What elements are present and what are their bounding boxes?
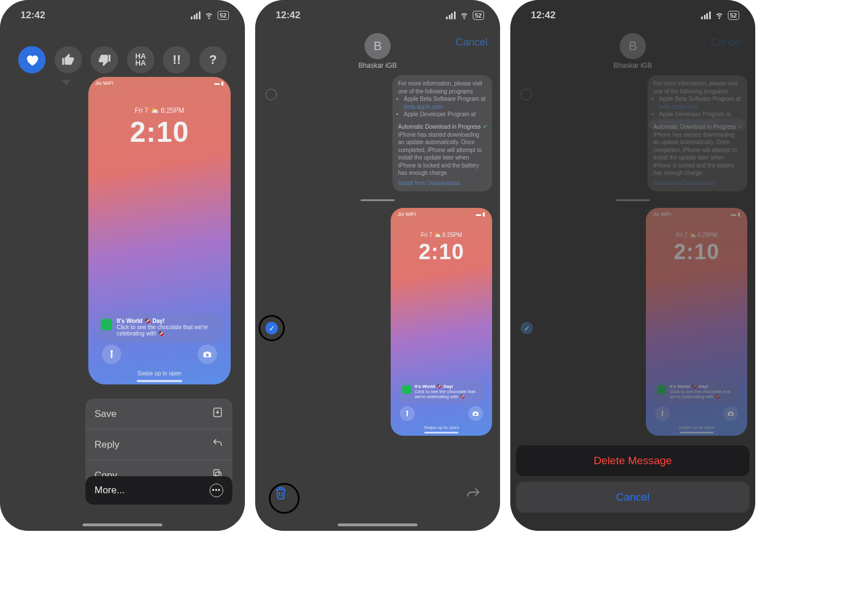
day-divider xyxy=(616,199,650,201)
status-bar: 12:42 52 xyxy=(510,0,755,31)
battery-icon: 52 xyxy=(218,11,229,20)
tapback-exclaim[interactable]: !! xyxy=(163,46,190,73)
tapback-haha[interactable]: HAHA xyxy=(127,46,154,73)
wifi-icon xyxy=(459,10,469,22)
lockscreen-status-icons: ▬ ▮ xyxy=(214,80,224,86)
more-icon: ••• xyxy=(210,484,223,497)
flashlight-icon xyxy=(655,406,670,421)
tapback-bar: HAHA !! ? xyxy=(8,40,237,80)
select-radio-unselected xyxy=(521,89,532,100)
flashlight-icon xyxy=(400,406,415,421)
tapback-question[interactable]: ? xyxy=(199,46,227,73)
home-indicator[interactable] xyxy=(338,523,417,526)
camera-icon xyxy=(198,345,217,364)
cellular-icon xyxy=(701,11,711,19)
spotify-icon xyxy=(101,319,112,330)
conversation-header: B Bhaskar iGB Cancel xyxy=(510,28,755,74)
menu-save[interactable]: Save xyxy=(85,399,232,429)
message-bubble-download: ✔ Automatic Download in Progress iPhone … xyxy=(648,118,747,191)
select-radio-checked[interactable]: ✓ xyxy=(265,322,278,334)
battery-icon: 52 xyxy=(473,11,484,20)
camera-icon xyxy=(723,406,738,421)
status-check-icon: ✔ xyxy=(738,123,743,130)
menu-reply[interactable]: Reply xyxy=(85,429,232,460)
select-radio-checked: ✓ xyxy=(521,322,533,334)
reply-icon xyxy=(212,437,223,452)
menu-reply-label: Reply xyxy=(95,439,119,451)
save-icon xyxy=(212,407,223,421)
camera-icon xyxy=(468,406,483,421)
menu-save-label: Save xyxy=(95,408,117,420)
lockscreen-notification: It's World 🍫 Day! Click to see the choco… xyxy=(96,313,223,342)
link-beta[interactable]: beta.apple.com xyxy=(404,104,443,110)
message-attachment-thumbnail[interactable]: Jio WiFi▬ ▮ Fri 7 ⛅ 6:25PM 2:10 It's Wor… xyxy=(391,208,492,436)
spotify-icon xyxy=(657,385,666,394)
flashlight-icon xyxy=(102,345,121,364)
avatar: B xyxy=(620,33,646,59)
message-attachment-thumbnail: Jio WiFi▬ ▮ Fri 7 ⛅ 6:25PM 2:10 It's Wor… xyxy=(646,208,747,436)
wifi-icon xyxy=(204,10,214,22)
tapback-thumbs-up[interactable] xyxy=(55,46,82,73)
contact-name: Bhaskar iGB xyxy=(613,62,652,69)
home-indicator[interactable] xyxy=(83,523,162,526)
status-bar: 12:42 52 xyxy=(0,0,245,31)
cellular-icon xyxy=(446,11,456,19)
cancel-button[interactable]: Cancel xyxy=(456,36,488,48)
delete-action-sheet: Delete Message Cancel xyxy=(516,445,750,518)
tapback-heart[interactable] xyxy=(18,46,46,73)
forward-icon[interactable] xyxy=(466,485,482,502)
status-time: 12:42 xyxy=(531,10,555,21)
panel-3-delete-confirm: 12:42 52 B Bhaskar iGB Cancel For more i… xyxy=(510,0,755,531)
day-divider xyxy=(361,199,395,201)
lockscreen-date: Fri 7 ⛅ 6:25PM xyxy=(88,107,231,114)
install-link[interactable]: Install from Downloaded xyxy=(398,179,486,187)
panel-1-context-menu: 12:42 52 HAHA !! ? xyxy=(0,0,245,531)
tapback-thumbs-down[interactable] xyxy=(91,46,118,73)
cancel-button-dimmed: Cancel xyxy=(711,36,743,48)
conversation-header: B Bhaskar iGB Cancel xyxy=(255,28,500,74)
message-attachment-preview[interactable]: Jio WiFi▬ ▮ Fri 7 ⛅ 6:25PM 2:10 It's Wor… xyxy=(88,77,231,384)
status-bar: 12:42 52 xyxy=(255,0,500,31)
cellular-icon xyxy=(191,11,200,19)
spotify-icon xyxy=(402,385,411,394)
selection-toolbar xyxy=(255,480,500,508)
contact-name: Bhaskar iGB xyxy=(358,62,396,69)
wifi-icon xyxy=(714,10,724,22)
message-bubble-download[interactable]: ✔ Automatic Download in Progress iPhone … xyxy=(392,118,492,191)
menu-more-label: More... xyxy=(95,485,125,496)
panel-2-select-messages: 12:42 52 B Bhaskar iGB Cancel For more i… xyxy=(255,0,500,531)
lockscreen-carrier: Jio WiFi xyxy=(95,80,113,86)
select-radio-unselected[interactable] xyxy=(265,89,277,100)
delete-message-button[interactable]: Delete Message xyxy=(516,445,750,476)
cancel-button[interactable]: Cancel xyxy=(516,482,750,513)
battery-icon: 52 xyxy=(728,11,739,20)
status-time: 12:42 xyxy=(276,10,300,21)
svg-rect-2 xyxy=(214,470,219,476)
status-check-icon: ✔ xyxy=(483,123,488,130)
avatar[interactable]: B xyxy=(365,33,391,59)
menu-more[interactable]: More... ••• xyxy=(85,476,232,505)
status-time: 12:42 xyxy=(21,10,45,21)
lockscreen-swipe-hint: Swipe up to open xyxy=(88,370,231,376)
lockscreen-time: 2:10 xyxy=(88,116,231,149)
trash-icon[interactable] xyxy=(273,484,288,504)
